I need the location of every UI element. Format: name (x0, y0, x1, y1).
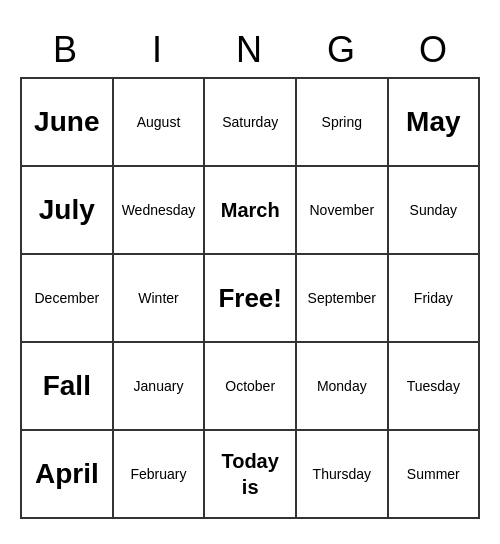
header-n: N (204, 25, 296, 75)
table-row: AprilFebruaryTodayisThursdaySummer (21, 430, 479, 518)
table-row: JulyWednesdayMarchNovemberSunday (21, 166, 479, 254)
bingo-card: B I N G O JuneAugustSaturdaySpringMayJul… (20, 25, 480, 519)
header-o: O (388, 25, 480, 75)
cell-r0-c2: Saturday (204, 78, 296, 166)
cell-r4-c4: Summer (388, 430, 479, 518)
cell-r3-c3: Monday (296, 342, 388, 430)
cell-r3-c1: January (113, 342, 205, 430)
cell-r4-c1: February (113, 430, 205, 518)
cell-r2-c3: September (296, 254, 388, 342)
cell-r1-c1: Wednesday (113, 166, 205, 254)
cell-r3-c2: October (204, 342, 296, 430)
table-row: JuneAugustSaturdaySpringMay (21, 78, 479, 166)
cell-r4-c0: April (21, 430, 113, 518)
cell-r2-c1: Winter (113, 254, 205, 342)
cell-r1-c4: Sunday (388, 166, 479, 254)
cell-r1-c0: July (21, 166, 113, 254)
cell-r2-c0: December (21, 254, 113, 342)
cell-r0-c3: Spring (296, 78, 388, 166)
cell-r2-c2: Free! (204, 254, 296, 342)
header-b: B (20, 25, 112, 75)
bingo-grid: JuneAugustSaturdaySpringMayJulyWednesday… (20, 77, 480, 519)
cell-r4-c3: Thursday (296, 430, 388, 518)
header-g: G (296, 25, 388, 75)
cell-r4-c2: Todayis (204, 430, 296, 518)
cell-r3-c4: Tuesday (388, 342, 479, 430)
table-row: FallJanuaryOctoberMondayTuesday (21, 342, 479, 430)
cell-r1-c3: November (296, 166, 388, 254)
cell-r2-c4: Friday (388, 254, 479, 342)
header-i: I (112, 25, 204, 75)
cell-r1-c2: March (204, 166, 296, 254)
cell-r0-c1: August (113, 78, 205, 166)
bingo-header: B I N G O (20, 25, 480, 75)
cell-r3-c0: Fall (21, 342, 113, 430)
table-row: DecemberWinterFree!SeptemberFriday (21, 254, 479, 342)
cell-r0-c0: June (21, 78, 113, 166)
cell-r0-c4: May (388, 78, 479, 166)
